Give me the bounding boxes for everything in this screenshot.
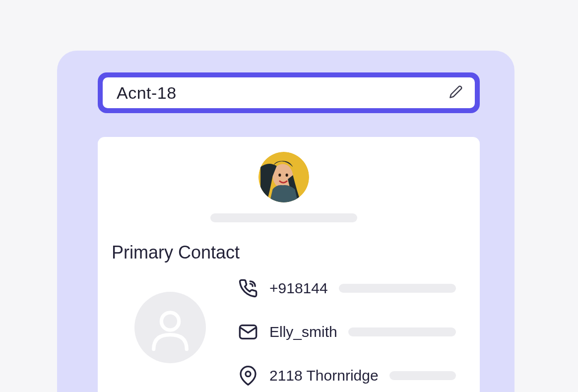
contact-email-row: Elly_smith <box>238 322 456 342</box>
svg-point-5 <box>161 313 179 330</box>
account-detail-panel: Acnt-18 <box>57 51 514 392</box>
contact-card: Primary Contact +9 <box>98 137 480 392</box>
section-title: Primary Contact <box>112 242 456 263</box>
phone-icon <box>238 278 258 299</box>
account-name-text: Acnt-18 <box>117 83 177 103</box>
contact-avatar-placeholder <box>134 292 206 363</box>
profile-avatar <box>258 152 309 202</box>
account-name-field-highlight: Acnt-18 <box>98 72 480 113</box>
phone-extra-placeholder <box>339 284 456 293</box>
svg-point-7 <box>246 372 251 377</box>
email-extra-placeholder <box>348 327 456 336</box>
primary-contact-row: +918144 Elly_smith <box>112 278 456 386</box>
contact-details: +918144 Elly_smith <box>238 278 456 386</box>
svg-point-3 <box>278 174 281 177</box>
svg-point-4 <box>286 174 288 177</box>
edit-icon[interactable] <box>449 85 463 101</box>
contact-email-value: Elly_smith <box>269 324 337 340</box>
account-name-field[interactable]: Acnt-18 <box>103 77 475 108</box>
profile-name-placeholder <box>210 213 357 222</box>
contact-address-value: 2118 Thornridge <box>269 367 379 384</box>
location-pin-icon <box>238 365 258 386</box>
contact-phone-row: +918144 <box>238 278 456 299</box>
address-extra-placeholder <box>389 371 456 380</box>
contact-phone-value: +918144 <box>269 280 328 297</box>
mail-icon <box>238 322 258 342</box>
contact-address-row: 2118 Thornridge <box>238 365 456 386</box>
